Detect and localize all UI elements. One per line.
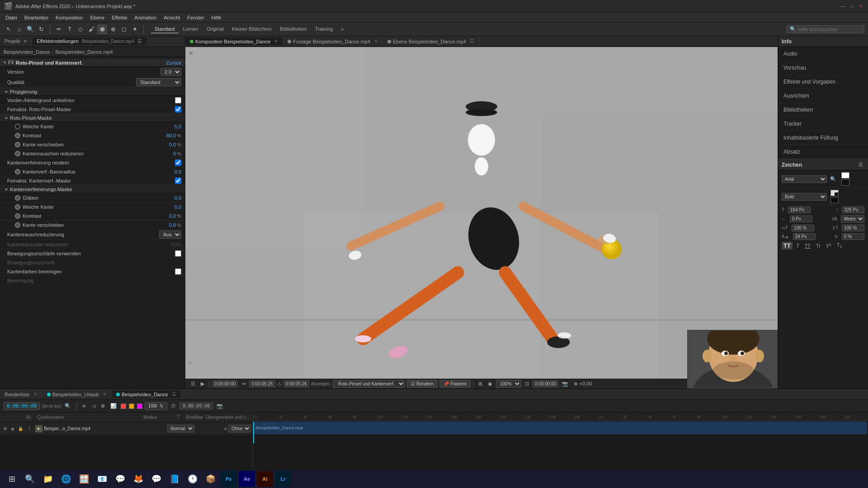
baseline-input[interactable] [793, 233, 816, 240]
color-swatch-black[interactable] [841, 179, 849, 186]
layer-eye-btn[interactable]: 👁 [2, 426, 8, 432]
comp-tab-footage[interactable]: Footage Beispielvideo_Dance.mp4 ✕ [283, 38, 383, 45]
tool-puppet[interactable]: ✦ [130, 24, 140, 34]
text-btn-T-sub[interactable]: T1 [835, 242, 844, 249]
menu-fenster[interactable]: Fenster [184, 14, 208, 21]
vc-grid-btn[interactable]: ⊞ [476, 380, 484, 387]
right-panel-inhaltsbasiert[interactable]: Inhaltsbasierte Füllung [778, 131, 868, 145]
ws-lernen[interactable]: Lernen [179, 25, 202, 33]
ebene-tab-close[interactable]: ☰ [470, 38, 474, 44]
vc-play-btn[interactable]: ▶ [199, 380, 206, 387]
taskbar-browser[interactable]: 🌐 [58, 471, 74, 487]
taskbar-illustrator[interactable]: Ai [257, 471, 273, 487]
taskbar-mail[interactable]: 📧 [94, 471, 110, 487]
tracking-input[interactable] [790, 216, 812, 222]
vc-timecode[interactable]: 0:00:00:00 [212, 380, 238, 387]
taskbar-firefox[interactable]: 🦊 [130, 471, 146, 487]
kontrast2-value[interactable]: 0,0 [149, 213, 176, 219]
tab-projekt[interactable]: Projekt ✕ [0, 38, 32, 45]
vc-fixieren-btn[interactable]: 📌 Fixieren [439, 380, 471, 388]
zeichen-menu-btn[interactable]: ☰ [857, 161, 864, 168]
feinabst-checkbox[interactable] [175, 106, 181, 113]
text-btn-TT[interactable]: TT [782, 242, 793, 249]
kerning-select[interactable]: Metric [841, 215, 864, 223]
menu-animation[interactable]: Animation [131, 14, 160, 21]
tc-timecode[interactable]: 0:00:00:00 [4, 402, 40, 410]
tc-in-btn[interactable]: ⊳ [80, 403, 88, 409]
color-swatch-black2[interactable] [830, 197, 839, 203]
bewegung-checkbox[interactable] [175, 250, 181, 257]
menu-hilfe[interactable]: Hilfe [208, 14, 225, 21]
tl-tab-urlaub[interactable]: Beispielvideo_Urlaub ✕ [42, 390, 112, 398]
tl-tab-dance[interactable]: Beispielvideo_Dance ☰ [112, 390, 181, 398]
tl-renderliste-close[interactable]: ✕ [33, 391, 38, 397]
kantenrauschred-select[interactable]: Aus [159, 230, 181, 239]
ws-training[interactable]: Training [311, 25, 336, 33]
tool-zoom[interactable]: 🔍 [25, 24, 35, 34]
taskbar-start[interactable]: ⊞ [4, 471, 20, 487]
right-panel-tracker[interactable]: Tracker [778, 117, 868, 131]
tc-timer-btn[interactable]: ⏱ [169, 403, 178, 409]
right-panel-bibliotheken[interactable]: Bibliotheken [778, 103, 868, 117]
vc-more-btn[interactable]: ⊕ +0,00 [572, 380, 594, 387]
tl-dance-close[interactable]: ☰ [172, 391, 176, 397]
color-swatch-mixed[interactable] [830, 190, 839, 196]
tc-out-btn[interactable]: ◁ [90, 403, 97, 409]
vc-menu-btn[interactable]: ☰ [189, 380, 197, 387]
fx-section-kantenverf-maske[interactable]: ▸ Kantenverfeinerungs-Maske [0, 185, 185, 193]
tc-graph-btn[interactable]: 📊 [108, 403, 118, 409]
feinabst-kantenverf-checkbox[interactable] [175, 178, 181, 184]
tc-color-red[interactable] [121, 404, 126, 409]
style-select[interactable]: Bold [782, 193, 827, 201]
tool-brush[interactable]: 🖌 [86, 24, 96, 34]
vc-render-btn[interactable]: ☑ Rendern [407, 380, 438, 388]
search-input[interactable] [798, 27, 861, 32]
glaetten-value[interactable]: 0,0 [154, 195, 181, 201]
tool-text[interactable]: T [65, 24, 75, 34]
tab-projekt-close[interactable]: ✕ [23, 38, 27, 44]
ws-standard[interactable]: Standard [151, 25, 179, 33]
taskbar-messenger[interactable]: 💬 [148, 471, 165, 487]
font-size-input[interactable] [788, 206, 811, 213]
rotation-input[interactable] [842, 233, 864, 240]
tc-cam-btn[interactable]: 📷 [215, 403, 225, 409]
tool-stamp[interactable]: ⊗ [108, 24, 118, 34]
right-panel-ausrichten[interactable]: Ausrichten [778, 89, 868, 103]
menu-komposition[interactable]: Komposition [52, 14, 87, 21]
layer-name[interactable]: Beispie...o_Dance.mp4 [44, 426, 166, 431]
comp-tab-close[interactable]: ✕ [274, 38, 278, 44]
tab-effekt-close[interactable]: ☰ [137, 38, 142, 44]
taskbar-whatsapp[interactable]: 💬 [112, 471, 128, 487]
menu-ansicht[interactable]: Ansicht [160, 14, 184, 21]
ws-more[interactable]: » [337, 25, 347, 33]
tc-add-btn[interactable]: ⊕ [99, 403, 107, 409]
kantenfarben-checkbox[interactable] [175, 268, 181, 275]
taskbar-lightroom[interactable]: Lr [275, 471, 291, 487]
menu-bearbeiten[interactable]: Bearbeiten [21, 14, 52, 21]
tool-rotate[interactable]: ↻ [36, 24, 46, 34]
ws-libraries[interactable]: Bibliotheken [276, 25, 311, 33]
tab-effekteinstellungen[interactable]: Effekteinstellungen Beispielvideo_Dance.… [32, 38, 147, 45]
kantenverf-rendern-checkbox[interactable] [175, 160, 181, 166]
font-search-btn[interactable]: 🔍 [829, 176, 838, 183]
menu-datei[interactable]: Datei [2, 14, 21, 21]
fx-section-propgierung[interactable]: ▸ Propgierung [0, 88, 185, 96]
layer-track-select[interactable]: Ohne [228, 425, 251, 432]
tool-eraser[interactable]: ◻ [119, 24, 129, 34]
tool-home[interactable]: ⌂ [14, 24, 24, 34]
ws-original[interactable]: Original [203, 25, 227, 33]
menu-ebene[interactable]: Ebene [86, 14, 108, 21]
vc-fit-btn[interactable]: ⊡ [523, 380, 531, 387]
fx-back-button[interactable]: Zurück [166, 60, 181, 66]
right-panel-absatz[interactable]: Absatz [778, 145, 868, 159]
tc-quality-input[interactable] [145, 402, 167, 410]
vorder-checkbox[interactable] [175, 97, 181, 103]
tc-search-btn[interactable]: 🔍 [63, 403, 73, 409]
vc-arrow-btn[interactable]: ⇥ [240, 380, 247, 387]
fx-section-roto-maske[interactable]: ▸ Roto-Pinsel-Maske [0, 114, 185, 122]
ws-small-screen[interactable]: Kleiner Bildschirm [228, 25, 275, 33]
maximize-button[interactable]: □ [848, 3, 855, 10]
tl-tab-renderliste[interactable]: Renderliste ✕ [0, 390, 42, 398]
taskbar-search[interactable]: 🔍 [22, 471, 38, 487]
scale-h-input[interactable] [792, 225, 814, 231]
